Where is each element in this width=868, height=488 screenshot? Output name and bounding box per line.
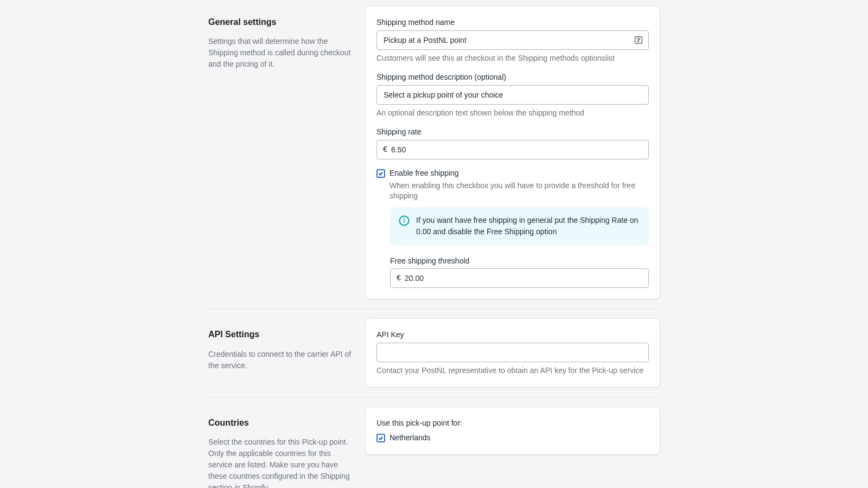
section-desc-general: Settings that will determine how the Shi… [208, 36, 355, 70]
info-icon [399, 215, 410, 226]
label-shipping-rate: Shipping rate [376, 127, 649, 138]
section-countries: Countries Select the countries for this … [208, 407, 660, 488]
banner-free-shipping-info: If you want have free shipping in genera… [390, 207, 649, 245]
label-api-key: API Key [376, 330, 649, 341]
section-desc-api: Credentials to connect to the carrier AP… [208, 349, 355, 371]
divider [208, 309, 660, 309]
field-method-description: Shipping method description (optional) A… [376, 72, 649, 118]
section-api: API Settings Credentials to connect to t… [208, 319, 660, 387]
svg-rect-3 [404, 220, 405, 222]
label-country-netherlands[interactable]: Netherlands [390, 433, 431, 444]
label-free-shipping[interactable]: Enable free shipping [390, 168, 459, 179]
input-shipping-rate[interactable] [376, 140, 649, 159]
help-method-description: An optional description text shown below… [376, 108, 649, 119]
card-countries: Use this pick-up point for: Netherlands [366, 407, 660, 454]
field-method-name: Shipping method name Customers will see … [376, 17, 649, 63]
currency-symbol-rate: € [383, 144, 387, 155]
section-general: General settings Settings that will dete… [208, 7, 660, 299]
label-method-description: Shipping method description (optional) [376, 72, 649, 83]
countries-prompt: Use this pick-up point for: [376, 418, 649, 429]
input-method-name[interactable] [376, 30, 649, 50]
input-threshold[interactable] [390, 268, 649, 288]
input-api-key[interactable] [376, 343, 649, 362]
currency-symbol-threshold: € [397, 273, 401, 284]
section-title-general: General settings [208, 16, 355, 28]
field-api-key: API Key Contact your PostNL representati… [376, 330, 649, 376]
card-api: API Key Contact your PostNL representati… [366, 319, 660, 387]
checkbox-country-netherlands[interactable] [376, 434, 385, 442]
field-shipping-rate: Shipping rate € [376, 127, 649, 159]
input-method-description[interactable] [376, 85, 649, 105]
help-api-key: Contact your PostNL representative to ob… [376, 365, 649, 376]
field-free-shipping: Enable free shipping When enabling this … [376, 168, 649, 288]
label-method-name: Shipping method name [376, 17, 649, 28]
section-left: Countries Select the countries for this … [208, 407, 355, 488]
svg-point-2 [404, 218, 405, 219]
section-desc-countries: Select the countries for this Pick-up po… [208, 436, 355, 488]
section-title-countries: Countries [208, 417, 355, 429]
section-left: API Settings Credentials to connect to t… [208, 319, 355, 387]
card-general: Shipping method name Customers will see … [366, 7, 660, 299]
divider [208, 397, 660, 397]
field-threshold: Free shipping threshold € [390, 256, 649, 288]
currency-input-threshold: € [390, 268, 649, 288]
checkbox-row-free-shipping: Enable free shipping [376, 168, 649, 179]
checkbox-free-shipping[interactable] [376, 169, 385, 178]
currency-input-rate: € [376, 140, 649, 159]
section-title-api: API Settings [208, 329, 355, 341]
help-free-shipping: When enabling this checkbox you will hav… [390, 181, 649, 202]
input-wrap-method-name [376, 30, 649, 50]
section-right: API Key Contact your PostNL representati… [366, 319, 660, 387]
label-threshold: Free shipping threshold [390, 256, 649, 267]
countries-list: Netherlands [376, 433, 649, 444]
translate-icon[interactable] [634, 35, 643, 45]
section-right: Use this pick-up point for: Netherlands [366, 407, 660, 488]
help-method-name: Customers will see this at checkout in t… [376, 53, 649, 64]
banner-text: If you want have free shipping in genera… [416, 215, 640, 237]
section-left: General settings Settings that will dete… [208, 7, 355, 299]
section-right: Shipping method name Customers will see … [366, 7, 660, 299]
country-item: Netherlands [376, 433, 649, 444]
